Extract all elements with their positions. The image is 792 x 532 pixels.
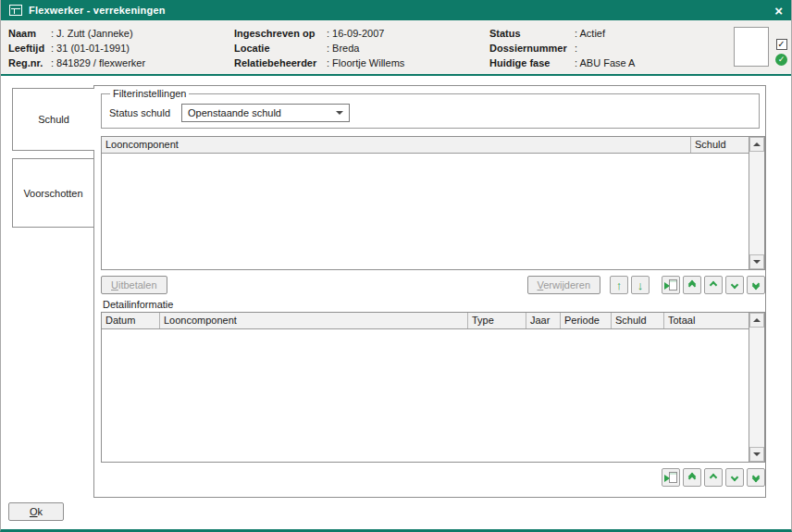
header-field: Leeftijd: 31 (01-01-1991) [8,42,145,56]
field-label: Dossiernummer [489,42,575,56]
tab-schuld[interactable]: Schuld [12,88,94,151]
schuld-table: Looncomponent Schuld [101,136,765,270]
schuld-table-main: Looncomponent Schuld [102,137,749,269]
navigation-icon-group [662,276,765,294]
scroll-up-button[interactable] [749,137,764,152]
scroll-track[interactable] [749,328,764,447]
export-grid-button[interactable] [662,276,680,294]
status-schuld-selected-value: Openstaande schuld [188,107,281,118]
scroll-down-button[interactable] [749,254,764,269]
go-first-button[interactable] [683,468,701,487]
header-field: Ingeschreven op: 16-09-2007 [234,27,404,41]
header-field: Locatie: Breda [234,42,404,56]
status-schuld-label: Status schuld [109,107,170,118]
flexwerker-verrekeningen-dialog: Flexwerker - verrekeningen × Naam: J. Zu… [0,0,792,532]
go-last-button[interactable] [747,468,765,487]
header-field: Reg.nr.: 841829 / flexwerker [8,56,145,70]
button-label: itbetalen [118,279,157,291]
close-button[interactable]: × [774,4,783,18]
tab-voorschotten[interactable]: Voorschotten [12,158,94,228]
export-grid-icon [664,279,677,291]
tab-label: Schuld [38,114,69,125]
scroll-down-button[interactable] [749,447,764,462]
field-label: Huidige fase [489,56,575,70]
status-ok-icon: ✓ [775,54,787,66]
detailinformatie-label: Detailinformatie [103,299,173,310]
column-header-schuld: Schuld [691,137,749,153]
triangle-up-icon [753,142,761,146]
header-column-3: Status: Actief Dossiernummer: Huidige fa… [489,27,635,70]
chevron-down-icon [336,111,343,115]
app-icon [9,5,22,16]
navigation-icon-group [662,468,765,487]
field-label: Status [489,27,575,41]
uitbetalen-button[interactable]: Uitbetalen [101,276,167,294]
header-checkbox[interactable]: ✓ [776,39,787,50]
window-title: Flexwerker - verrekeningen [29,5,768,16]
field-value: : ABU Fase A [575,56,635,70]
photo-placeholder [734,27,769,67]
check-icon: ✓ [777,40,785,49]
go-next-button[interactable] [725,468,744,487]
double-chevron-up-icon [689,474,695,481]
field-label: Leeftijd [8,42,51,56]
field-value: : J. Zutt (Janneke) [51,27,133,41]
column-header-looncomponent: Looncomponent [102,137,691,153]
triangle-down-icon [753,452,761,456]
status-schuld-select[interactable]: Openstaande schuld [181,104,350,122]
groupbox-legend: Filterinstellingen [110,88,189,99]
double-chevron-down-icon [753,474,759,481]
export-grid-button[interactable] [662,468,680,487]
tab-label: Voorschotten [23,188,82,199]
chevron-down-icon [732,475,737,480]
go-next-button[interactable] [725,276,744,294]
move-down-button[interactable]: ↓ [631,276,650,294]
scroll-up-button[interactable] [749,313,764,328]
header-field: Status: Actief [489,27,635,41]
column-header-jaar: Jaar [526,313,561,328]
double-chevron-up-icon [689,281,695,289]
schuld-actions-row: Uitbetalen Verwijderen ↑ ↓ [101,276,765,294]
chevron-down-icon [732,282,737,288]
chevron-up-icon [711,282,716,288]
column-header-looncomponent: Looncomponent [160,313,468,328]
filter-content: Status schuld Openstaande schuld [102,94,759,122]
column-header-type: Type [468,313,526,328]
triangle-up-icon [753,318,761,322]
header-field: Naam: J. Zutt (Janneke) [8,27,145,41]
field-value: : 841829 / flexwerker [51,56,145,70]
field-label: Reg.nr. [8,56,51,70]
go-last-button[interactable] [747,276,765,294]
ok-button[interactable]: Ok [8,502,64,521]
check-icon: ✓ [778,56,786,64]
move-up-button[interactable]: ↑ [610,276,628,294]
triangle-down-icon [753,260,761,264]
go-previous-button[interactable] [704,468,723,487]
scroll-track[interactable] [749,152,764,254]
schuld-tab-panel: Filterinstellingen Status schuld Opensta… [93,85,766,498]
field-value: : [575,42,577,56]
header-column-1: Naam: J. Zutt (Janneke) Leeftijd: 31 (01… [8,27,145,70]
verwijderen-button[interactable]: Verwijderen [527,276,600,294]
schuld-table-scrollbar[interactable] [749,137,764,269]
go-first-button[interactable] [683,276,701,294]
header-field: Relatiebeheerder: Floortje Willems [234,56,404,70]
button-accel: O [30,506,38,517]
button-label: erwijderen [543,279,590,291]
detail-table-scrollbar[interactable] [749,313,764,462]
detail-table-body[interactable] [102,329,749,462]
arrow-down-icon: ↓ [637,279,644,291]
green-arrow-shape [664,475,670,482]
flexwerker-info-header: Naam: J. Zutt (Janneke) Leeftijd: 31 (01… [1,20,791,76]
title-bar: Flexwerker - verrekeningen × [1,0,791,20]
header-column-2: Ingeschreven op: 16-09-2007 Locatie: Bre… [234,27,404,70]
field-label: Ingeschreven op [234,27,327,41]
schuld-table-body[interactable] [102,154,749,269]
field-value: : 16-09-2007 [327,27,384,41]
field-value: : Actief [575,27,605,41]
header-flags: ✓ ✓ [775,39,787,66]
go-previous-button[interactable] [704,276,723,294]
chevron-up-icon [711,475,716,480]
detail-actions-row [101,468,765,487]
export-grid-icon [664,472,677,484]
